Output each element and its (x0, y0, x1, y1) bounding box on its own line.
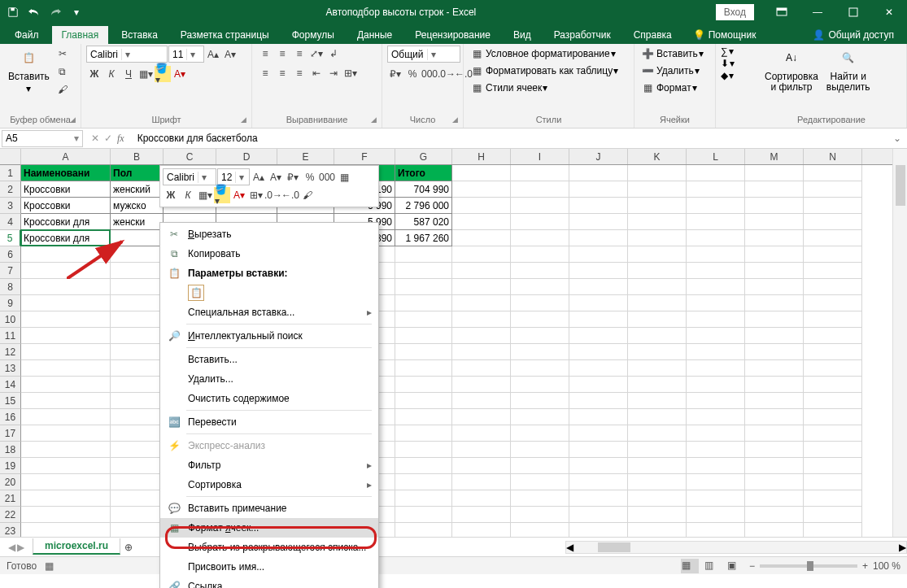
mini-fill-icon[interactable]: 🪣▾ (214, 187, 230, 203)
insert-cells-button[interactable]: ➕Вставить▾ (639, 46, 704, 62)
indent-inc-icon[interactable]: ⇥ (325, 65, 342, 81)
cell-styles-button[interactable]: ▦Стили ячеек▾ (469, 80, 547, 96)
ctx-paste-default[interactable]: 📋 (160, 283, 378, 303)
normal-view-icon[interactable]: ▦ (681, 559, 699, 573)
fx-icon[interactable]: fx (117, 133, 124, 145)
mini-cond-icon[interactable]: ▦ (336, 169, 352, 185)
accept-fx-icon[interactable]: ✓ (104, 133, 112, 145)
col-header[interactable]: B (111, 149, 164, 164)
col-header[interactable]: G (395, 149, 452, 164)
mini-font-size[interactable]: 12▾ (217, 168, 250, 185)
cell[interactable]: женски (111, 214, 164, 230)
tab-review[interactable]: Рецензирование (405, 26, 500, 44)
row-header[interactable]: 11 (0, 328, 21, 344)
row-header[interactable]: 1 (0, 165, 21, 181)
merge-icon[interactable]: ⊞▾ (342, 65, 359, 81)
cancel-fx-icon[interactable]: ✕ (91, 133, 99, 145)
mini-percent-icon[interactable]: % (302, 169, 318, 185)
row-header[interactable]: 21 (0, 490, 21, 507)
clipboard-launcher[interactable]: ◢ (67, 114, 78, 125)
tab-help[interactable]: Справка (624, 26, 682, 44)
cell[interactable]: Итого (395, 165, 452, 181)
tab-layout[interactable]: Разметка страницы (171, 26, 279, 44)
row-header[interactable]: 23 (0, 523, 21, 537)
ctx-comment[interactable]: 💬Вставить примечание (160, 499, 378, 518)
cell[interactable] (111, 230, 164, 246)
share-button[interactable]: 👤Общий доступ (805, 26, 902, 44)
mini-thousands-icon[interactable]: 000 (319, 169, 335, 185)
ribbon-display-icon[interactable] (764, 0, 800, 24)
cut-icon[interactable]: ✂ (55, 46, 71, 62)
fill-color-icon[interactable]: 🪣▾ (155, 66, 171, 82)
underline-button[interactable]: Ч (120, 66, 137, 82)
minimize-icon[interactable]: — (800, 0, 835, 24)
page-break-view-icon[interactable]: ▣ (726, 559, 744, 573)
mini-dec-dec-icon[interactable]: ←.0 (282, 187, 299, 203)
zoom-in[interactable]: + (862, 560, 868, 572)
mini-inc-dec-icon[interactable]: .0→ (265, 187, 281, 203)
qat-redo[interactable] (46, 2, 65, 22)
number-launcher[interactable]: ◢ (449, 114, 460, 125)
cell[interactable]: 587 020 (395, 214, 452, 230)
login-button[interactable]: Вход (716, 4, 754, 20)
qat-undo[interactable] (24, 2, 44, 22)
ctx-paste-special[interactable]: Специальная вставка...▸ (160, 303, 378, 322)
ctx-pick-from-list[interactable]: Выбрать из раскрывающегося списка... (160, 538, 378, 557)
expand-formula-bar[interactable]: ⌄ (887, 133, 907, 144)
cell[interactable]: Пол (111, 165, 164, 181)
cell[interactable]: Наименовани (21, 165, 111, 181)
cell[interactable]: 704 990 (395, 181, 452, 198)
ctx-delete[interactable]: Удалить... (160, 369, 378, 389)
tab-data[interactable]: Данные (347, 26, 402, 44)
mini-shrink-font-icon[interactable]: A▾ (268, 169, 284, 185)
tab-file[interactable]: Файл (5, 26, 49, 44)
mini-grow-font-icon[interactable]: A▴ (251, 169, 267, 185)
row-header[interactable]: 4 (0, 214, 21, 230)
row-header[interactable]: 6 (0, 246, 21, 263)
thousands-icon[interactable]: 000 (421, 66, 438, 82)
row-header[interactable]: 16 (0, 409, 21, 425)
font-size[interactable]: 11▾ (168, 46, 204, 63)
align-middle-icon[interactable]: ≡ (274, 46, 290, 62)
percent-icon[interactable]: % (404, 66, 421, 82)
tell-me[interactable]: 💡Помощник (685, 26, 765, 44)
align-right-icon[interactable]: ≡ (291, 65, 307, 81)
bold-button[interactable]: Ж (86, 66, 102, 82)
cell[interactable]: Кроссовки для (21, 230, 111, 246)
paste-button[interactable]: 📋Вставить▾ (5, 46, 53, 96)
col-header[interactable]: N (804, 149, 862, 164)
cell[interactable]: 2 796 000 (395, 198, 452, 214)
col-header[interactable]: I (511, 149, 569, 164)
ctx-translate[interactable]: 🔤Перевести (160, 412, 378, 432)
page-layout-view-icon[interactable]: ▥ (704, 559, 722, 573)
ctx-sort[interactable]: Сортировка▸ (160, 475, 378, 494)
vertical-scrollbar[interactable] (892, 149, 907, 537)
ctx-clear[interactable]: Очистить содержимое (160, 389, 378, 408)
align-top-icon[interactable]: ≡ (257, 46, 273, 62)
zoom-slider[interactable] (760, 564, 857, 568)
row-header[interactable]: 22 (0, 507, 21, 523)
ctx-smart-lookup[interactable]: 🔎Интеллектуальный поиск (160, 326, 378, 346)
col-header[interactable]: L (687, 149, 745, 164)
cell[interactable]: мужско (111, 198, 164, 214)
mini-italic[interactable]: К (180, 187, 196, 203)
zoom-out[interactable]: − (749, 560, 755, 572)
tab-nav-prev[interactable]: ◀ (8, 542, 15, 553)
new-sheet-button[interactable]: ⊕ (120, 539, 137, 555)
row-header[interactable]: 10 (0, 311, 21, 328)
mini-font-name[interactable]: Calibri▾ (163, 168, 216, 185)
find-select-button[interactable]: 🔍Найти и выделить (823, 46, 874, 94)
ctx-copy[interactable]: ⧉Копировать (160, 244, 378, 264)
cond-format-button[interactable]: ▦Условное форматирование▾ (469, 46, 616, 62)
col-header[interactable]: M (745, 149, 804, 164)
mini-merge-icon[interactable]: ⊞▾ (248, 187, 264, 203)
row-header[interactable]: 15 (0, 393, 21, 409)
cell[interactable]: Кроссовки для (21, 214, 111, 230)
horizontal-scrollbar[interactable]: ◀▶ (565, 541, 907, 554)
font-name[interactable]: Calibri▾ (86, 46, 168, 63)
col-header[interactable]: K (628, 149, 687, 164)
sort-filter-button[interactable]: A↓Сортировка и фильтр (761, 46, 822, 94)
tab-developer[interactable]: Разработчик (544, 26, 621, 44)
tab-insert[interactable]: Вставка (111, 26, 168, 44)
format-as-table-button[interactable]: ▦Форматировать как таблицу▾ (469, 63, 618, 79)
